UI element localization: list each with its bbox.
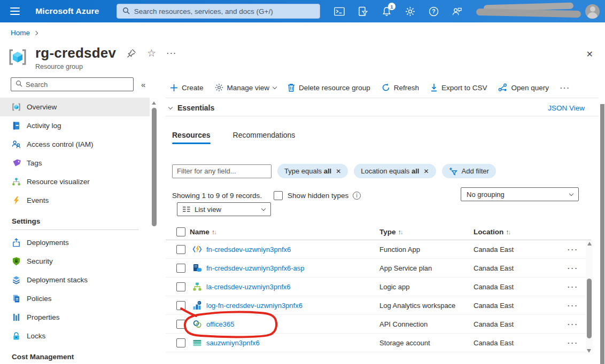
breadcrumb: Home <box>11 29 37 37</box>
help-icon[interactable]: ? <box>428 6 439 17</box>
deployments-icon <box>12 238 21 247</box>
filter-pill-location[interactable]: Location equals all ✕ <box>354 164 436 178</box>
info-icon[interactable]: i <box>353 192 361 200</box>
refresh-button[interactable]: Refresh <box>382 83 419 92</box>
resource-link[interactable]: la-credsdev-uzwniyn3pnfx6 <box>206 283 291 291</box>
sidebar-item-access-control[interactable]: Access control (IAM) <box>0 135 150 154</box>
directory-filter-icon[interactable] <box>358 6 368 17</box>
column-header-location[interactable]: Location↑↓ <box>474 228 511 236</box>
scroll-up-icon[interactable] <box>587 242 592 246</box>
resource-link-office365[interactable]: office365 <box>206 320 235 328</box>
grouping-dropdown[interactable]: No grouping <box>461 187 579 201</box>
star-icon[interactable]: ☆ <box>147 48 156 58</box>
row-checkbox[interactable] <box>176 282 185 291</box>
feedback-icon[interactable] <box>452 6 462 17</box>
row-checkbox[interactable] <box>176 338 185 347</box>
resource-link[interactable]: fn-credsdev-uzwniyn3pnfx6 <box>206 246 291 254</box>
table-row[interactable]: la-credsdev-uzwniyn3pnfx6 Logic app Cana… <box>166 278 591 296</box>
show-hidden-types-checkbox[interactable] <box>274 191 283 200</box>
sidebar-item-deployments[interactable]: Deployments <box>0 233 150 252</box>
resource-link[interactable]: log-fn-credsdev-uzwniyn3pnfx6 <box>206 302 302 310</box>
sidebar-item-activity-log[interactable]: Activity log <box>0 116 150 135</box>
global-search-input[interactable] <box>134 7 314 15</box>
scroll-up-icon[interactable] <box>152 101 156 105</box>
close-icon[interactable]: ✕ <box>586 49 593 59</box>
view-dropdown[interactable]: List view <box>177 202 271 216</box>
cloud-shell-icon[interactable] <box>334 6 345 17</box>
global-search-box[interactable] <box>117 4 320 19</box>
sidebar-item-events[interactable]: Events <box>0 191 150 210</box>
toolbar-more-button[interactable]: ··· <box>560 84 570 92</box>
row-more-button[interactable]: ··· <box>568 302 579 310</box>
row-more-button[interactable]: ··· <box>568 283 579 291</box>
security-icon <box>12 257 21 266</box>
table-scrollbar[interactable] <box>586 240 593 354</box>
table-row[interactable]: sauzwniyn3pnfx6 Storage account Canada E… <box>166 334 591 352</box>
sidebar-search-input[interactable] <box>26 81 129 89</box>
table-row[interactable]: log-fn-credsdev-uzwniyn3pnfx6 Log Analyt… <box>166 296 591 315</box>
open-query-button[interactable]: Open query <box>498 83 549 92</box>
json-view-link[interactable]: JSON View <box>548 104 585 112</box>
sidebar-item-policies[interactable]: Policies <box>0 289 150 308</box>
page-scrollbar[interactable] <box>600 104 604 364</box>
more-icon[interactable]: ··· <box>167 49 177 57</box>
table-row-office365[interactable]: office365 API Connection Canada East ··· <box>166 315 591 334</box>
sidebar-item-tags[interactable]: Tags <box>0 154 150 172</box>
row-checkbox[interactable] <box>176 301 185 310</box>
tab-recommendations[interactable]: Recommendations <box>233 131 296 144</box>
delete-resource-group-button[interactable]: Delete resource group <box>288 83 370 92</box>
sidebar-item-resource-visualizer[interactable]: Resource visualizer <box>0 172 150 191</box>
add-filter-button[interactable]: Add filter <box>442 164 496 178</box>
filter-input[interactable] <box>172 164 272 178</box>
filter-pill-type[interactable]: Type equals all ✕ <box>277 164 348 178</box>
hamburger-menu-icon[interactable] <box>5 3 25 19</box>
row-more-button[interactable]: ··· <box>568 246 579 254</box>
remove-filter-icon[interactable]: ✕ <box>423 168 429 175</box>
column-header-name[interactable]: Name↑↓ <box>190 228 217 236</box>
resource-link[interactable]: sauzwniyn3pnfx6 <box>206 339 260 347</box>
chevron-down-icon <box>569 191 573 195</box>
sidebar-item-overview[interactable]: Overview <box>0 98 150 116</box>
sidebar-scrollbar[interactable] <box>151 101 157 364</box>
breadcrumb-home-link[interactable]: Home <box>11 29 30 37</box>
row-more-button[interactable]: ··· <box>568 339 579 347</box>
column-header-type[interactable]: Type↑↓ <box>379 228 404 236</box>
scrollbar-thumb[interactable] <box>152 108 157 226</box>
sidebar-item-label: Resource visualizer <box>27 178 90 186</box>
sidebar-item-properties[interactable]: Properties <box>0 308 150 327</box>
resource-type: Log Analytics workspace <box>379 302 455 310</box>
resource-link[interactable]: fn-credsdev-uzwniyn3pnfx6-asp <box>206 264 305 272</box>
row-checkbox[interactable] <box>176 245 185 254</box>
create-button[interactable]: Create <box>170 84 204 92</box>
manage-view-button[interactable]: Manage view <box>215 83 277 92</box>
settings-gear-icon[interactable] <box>405 6 415 17</box>
sidebar-item-label: Policies <box>27 295 52 303</box>
sidebar-item-deployment-stacks[interactable]: Deployment stacks <box>0 271 150 289</box>
tab-resources[interactable]: Resources <box>172 131 211 144</box>
brand-title[interactable]: Microsoft Azure <box>35 6 99 16</box>
remove-filter-icon[interactable]: ✕ <box>336 168 341 175</box>
row-checkbox[interactable] <box>176 264 185 273</box>
table-row[interactable]: fn-credsdev-uzwniyn3pnfx6-asp App Servic… <box>166 259 591 278</box>
table-row[interactable]: fn-credsdev-uzwniyn3pnfx6 Function App C… <box>166 240 591 259</box>
sidebar-item-locks[interactable]: Locks <box>0 327 150 345</box>
sidebar-item-security[interactable]: Security <box>0 252 150 271</box>
scrollbar-thumb[interactable] <box>587 279 592 338</box>
resource-table: fn-credsdev-uzwniyn3pnfx6 Function App C… <box>166 240 591 352</box>
select-all-checkbox[interactable] <box>176 227 185 236</box>
account-avatar[interactable] <box>585 4 600 19</box>
row-more-button[interactable]: ··· <box>568 264 579 272</box>
sidebar-collapse-icon[interactable]: « <box>141 80 145 89</box>
pin-icon[interactable] <box>127 49 136 58</box>
scroll-down-icon[interactable] <box>587 349 591 353</box>
row-more-button[interactable]: ··· <box>568 320 579 328</box>
notifications-bell-icon[interactable]: 1 <box>381 6 392 17</box>
export-to-csv-button[interactable]: Export to CSV <box>430 83 487 92</box>
essentials-chevron-icon[interactable] <box>168 105 173 109</box>
scrollbar-thumb[interactable] <box>600 104 604 364</box>
sidebar-search-box[interactable] <box>11 77 134 91</box>
properties-icon <box>12 313 21 322</box>
row-checkbox[interactable] <box>176 320 185 329</box>
essentials-label[interactable]: Essentials <box>177 104 214 112</box>
svg-text:?: ? <box>432 8 435 14</box>
